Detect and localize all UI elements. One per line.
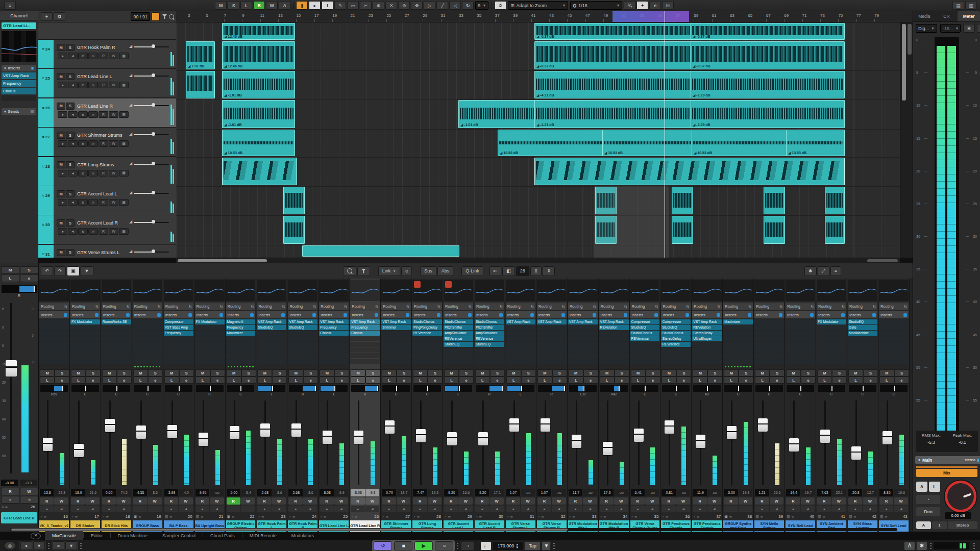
channel-mute-button[interactable]: M [693, 369, 707, 377]
track-volume-slider[interactable]: ◢ [129, 250, 169, 254]
grid-type-dropdown[interactable]: ⊞Adapt to Zoom▼ [508, 1, 568, 10]
audio-event[interactable]: ◢ 12.46 dB [222, 23, 295, 40]
channel-routing-header[interactable]: Routing⇆ [537, 303, 567, 310]
volume-slider-handle[interactable] [152, 162, 155, 165]
channel-mute-button[interactable]: M [102, 369, 117, 377]
channel-mute-button[interactable]: M [755, 369, 770, 377]
channel-curve-display[interactable] [102, 280, 131, 301]
insert-slot[interactable] [879, 331, 909, 336]
h-zoom-slider[interactable] [867, 259, 898, 262]
channel-routing-header[interactable]: Routing⇆ [817, 303, 846, 310]
insert-slot[interactable] [754, 331, 784, 336]
channel-inserts-header[interactable]: Inserts [102, 311, 131, 318]
channel-pan[interactable]: C [226, 385, 256, 397]
insert-slot[interactable] [879, 359, 909, 364]
insert-slot[interactable] [537, 325, 567, 330]
audio-event[interactable] [186, 71, 215, 98]
insert-slot[interactable] [537, 347, 567, 353]
channel-write-button[interactable]: W [210, 497, 224, 505]
inspector-insert-slot[interactable]: Frequency [2, 80, 36, 87]
channel-peak-value[interactable]: -9.3 [365, 489, 379, 496]
channel-edit-button[interactable]: e [179, 377, 194, 384]
insert-slot[interactable] [568, 353, 598, 358]
track-sub-button-3[interactable]: ∞ [88, 140, 98, 147]
inspector-insert-slot[interactable]: VST Amp Rack [2, 72, 36, 79]
insert-slot[interactable] [164, 347, 193, 353]
grid-bars-icon[interactable]: ⊨ [662, 1, 674, 10]
channel-curve-display[interactable] [288, 280, 317, 301]
insert-slot[interactable]: StudioChorus [444, 319, 473, 324]
channel-pan[interactable]: C [754, 385, 785, 397]
strip-listen-button[interactable]: L [1, 274, 19, 282]
mixer-channel[interactable]: Routing⇆InsertsFX ModulatorMSLeC-9.95-oo… [194, 279, 226, 532]
channel-inserts-header[interactable]: Inserts [164, 311, 193, 318]
channel-monitor-icon[interactable] [241, 506, 255, 512]
channel-volume-value[interactable]: -2.68 [288, 489, 302, 496]
mixer-channel[interactable]: Routing⇆InsertsVST Amp RackFrequencyChor… [350, 279, 381, 532]
channel-inserts-header[interactable]: Inserts [599, 311, 629, 318]
insert-slot[interactable] [102, 353, 131, 358]
track-sub-button-1[interactable]: ◄ [68, 111, 78, 118]
track-row-partial[interactable] [38, 22, 176, 40]
channel-listen-button[interactable]: L [600, 377, 615, 384]
strip-pan-display[interactable] [2, 285, 37, 293]
channel-inserts-header[interactable]: Inserts [133, 311, 162, 318]
quantize-panel-icon[interactable]: e [649, 1, 661, 10]
channel-volume-value[interactable]: -0.70 [382, 489, 396, 496]
strip-read-button[interactable]: R [1, 488, 19, 495]
qlink-button[interactable]: Q-Link [461, 266, 483, 276]
channel-mute-button[interactable]: M [879, 369, 894, 377]
track-mute-button[interactable]: M [57, 132, 65, 139]
insert-slot[interactable]: StudioChorus [412, 319, 442, 324]
insert-slot[interactable]: StereoDelay [692, 331, 722, 336]
channel-curve-display[interactable] [661, 280, 691, 301]
channel-inserts-header[interactable]: Inserts [39, 311, 69, 318]
insert-slot[interactable]: Frequency [226, 325, 256, 330]
channel-monitor-icon[interactable]: ◄ [832, 506, 846, 512]
insert-slot[interactable] [195, 347, 225, 353]
channel-pan[interactable]: C [101, 385, 132, 397]
insert-slot[interactable] [879, 347, 909, 353]
insert-slot[interactable]: Frequency [319, 325, 349, 330]
channel-peak-value[interactable]: -oo [676, 489, 690, 496]
track-mute-button[interactable]: M [57, 190, 65, 197]
channel-pan[interactable]: C [412, 385, 443, 397]
channel-mute-button[interactable]: M [195, 369, 210, 377]
track-sub-button-4[interactable]: R [99, 82, 108, 88]
channel-read-button[interactable]: R [71, 497, 85, 505]
track-visibility-count[interactable]: 90 / 91 [131, 12, 150, 21]
insert-slot[interactable]: Compressor [164, 319, 193, 324]
track-sub-button-0[interactable]: ● [58, 170, 67, 177]
channel-listen-button[interactable]: L [475, 377, 490, 384]
channel-routing-header[interactable]: Routing⇆ [70, 303, 100, 310]
channel-routing-header[interactable]: Routing⇆ [195, 303, 225, 310]
channel-peak-value[interactable]: -18.7 [397, 489, 410, 496]
track-sub-button-6[interactable]: ▦ [119, 228, 129, 235]
channel-pan[interactable]: C [723, 385, 753, 397]
insert-slot[interactable]: VST Amp Rack [599, 319, 629, 324]
strip-record-icon[interactable]: ● [1, 496, 19, 504]
channel-read-button[interactable]: R [817, 497, 831, 505]
insert-slot[interactable]: REVelation [692, 325, 722, 330]
insert-slot[interactable]: PitchShifter [475, 325, 504, 330]
channel-solo-button[interactable]: S [894, 369, 909, 377]
channel-write-button[interactable]: W [54, 497, 68, 505]
channel-volume-value[interactable]: 1.07 [506, 489, 520, 496]
insert-slot[interactable] [350, 336, 380, 341]
insert-slot[interactable]: Compressor [661, 319, 691, 324]
channel-solo-button[interactable]: S [272, 369, 287, 377]
insert-slot[interactable]: VST Amp Rack [537, 319, 567, 324]
channel-pan[interactable]: C [163, 385, 194, 397]
insert-slot[interactable] [754, 353, 784, 358]
insert-slot[interactable] [444, 359, 473, 364]
channel-volume-value[interactable]: -6.41 [631, 489, 645, 496]
channel-inserts-header[interactable]: Inserts [786, 311, 815, 318]
state-button-a[interactable]: A [279, 1, 290, 10]
audio-event[interactable] [672, 187, 693, 214]
mixer-channel[interactable]: Routing⇆InsertsCompressorVST Bass AmpFre… [163, 279, 194, 532]
channel-mute-button[interactable]: M [506, 369, 521, 377]
channel-monitor-icon[interactable]: ◄ [303, 506, 317, 512]
cr-settings-gear-icon[interactable]: ✱ [916, 541, 927, 550]
channel-inserts-header[interactable]: Inserts [630, 311, 660, 318]
mixer-filter-icon[interactable] [357, 266, 370, 276]
